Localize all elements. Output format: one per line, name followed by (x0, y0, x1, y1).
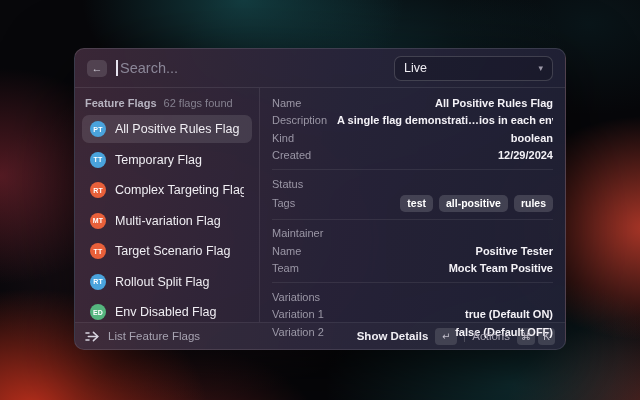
search-bar: ← Live ▾ (75, 49, 565, 87)
action-bar-separator (464, 330, 465, 342)
list-section-title: Feature Flags (85, 97, 157, 109)
flag-avatar: PT (90, 121, 106, 137)
detail-label: Maintainer (272, 227, 323, 239)
detail-row: NamePositive Tester (260, 242, 565, 260)
content: Feature Flags 62 flags found PTAll Posit… (75, 88, 565, 322)
detail-value: boolean (511, 132, 553, 144)
detail-row: Created12/29/2024 (260, 147, 565, 165)
tag-list: testall-positiverules (400, 195, 553, 212)
flag-avatar: ED (90, 304, 106, 320)
detail-row: NameAll Positive Rules Flag (260, 94, 565, 112)
detail-label: Variations (272, 291, 320, 303)
detail-row: Tagstestall-positiverules (260, 193, 565, 214)
detail-label: Variation 1 (272, 308, 324, 320)
flag-avatar: TT (90, 243, 106, 259)
flag-list-item[interactable]: MTMulti-variation Flag (82, 207, 252, 235)
detail-label: Name (272, 245, 301, 257)
detail-section-divider (272, 219, 553, 220)
environment-dropdown[interactable]: Live ▾ (394, 56, 553, 81)
detail-value: true (Default ON) (465, 308, 553, 320)
flag-list-item[interactable]: RTComplex Targeting Flag (82, 176, 252, 204)
tag-pill: all-positive (439, 195, 508, 212)
detail-section-divider (272, 169, 553, 170)
detail-row: TeamMock Team Positive (260, 260, 565, 278)
actions-menu-label[interactable]: Actions (472, 330, 510, 342)
detail-label: Description (272, 114, 327, 126)
launcher-window: ← Live ▾ Feature Flags 62 flags found PT… (74, 48, 566, 350)
flag-list-item[interactable]: TTTemporary Flag (82, 146, 252, 174)
flag-list: PTAll Positive Rules FlagTTTemporary Fla… (82, 115, 252, 326)
detail-row: Variation 1true (Default ON) (260, 306, 565, 324)
flag-label: Rollout Split Flag (115, 275, 210, 289)
detail-group: NameAll Positive Rules FlagDescriptionA … (260, 91, 565, 167)
flag-avatar: MT (90, 213, 106, 229)
list-section-header: Feature Flags 62 flags found (82, 94, 252, 115)
flag-label: Target Scenario Flag (115, 244, 230, 258)
flag-list-pane: Feature Flags 62 flags found PTAll Posit… (75, 88, 259, 322)
detail-label: Team (272, 262, 299, 274)
environment-dropdown-value: Live (404, 61, 427, 75)
detail-value: All Positive Rules Flag (435, 97, 553, 109)
detail-section-divider (272, 282, 553, 283)
search-input-wrap (116, 49, 385, 87)
detail-value: A single flag demonstrati…ios in each en… (337, 114, 553, 126)
primary-action-label[interactable]: Show Details (357, 330, 429, 342)
flag-list-item[interactable]: PTAll Positive Rules Flag (82, 115, 252, 143)
flag-detail-pane: NameAll Positive Rules FlagDescriptionA … (260, 88, 565, 322)
detail-label: Name (272, 97, 301, 109)
search-input[interactable] (116, 60, 385, 76)
detail-value: Positive Tester (476, 245, 553, 257)
flag-label: Env Disabled Flag (115, 305, 216, 319)
cmd-keycap[interactable]: ⌘ (517, 328, 535, 345)
arrow-right-launch-icon (85, 330, 100, 343)
flag-label: Multi-variation Flag (115, 214, 221, 228)
enter-keycap[interactable]: ↵ (435, 328, 457, 345)
flag-list-item[interactable]: RTRollout Split Flag (82, 268, 252, 296)
flag-label: Temporary Flag (115, 153, 202, 167)
detail-group: MaintainerNamePositive TesterTeamMock Te… (260, 222, 565, 281)
flag-avatar: TT (90, 152, 106, 168)
detail-label: Created (272, 149, 311, 161)
detail-row: Maintainer (260, 225, 565, 243)
detail-row: Kindboolean (260, 129, 565, 147)
back-button[interactable]: ← (87, 60, 107, 77)
detail-row: Status (260, 175, 565, 193)
arrow-left-icon: ← (92, 63, 103, 74)
action-bar: List Feature Flags Show Details ↵ Action… (75, 323, 565, 349)
flag-avatar: RT (90, 274, 106, 290)
detail-row: DescriptionA single flag demonstrati…ios… (260, 112, 565, 130)
list-result-count: 62 flags found (164, 97, 233, 109)
action-bar-right: Show Details ↵ Actions ⌘K (357, 328, 555, 345)
tag-pill: rules (514, 195, 553, 212)
chevron-down-icon: ▾ (538, 63, 543, 73)
flag-label: Complex Targeting Flag (115, 183, 244, 197)
tag-pill: test (400, 195, 433, 212)
detail-label: Kind (272, 132, 294, 144)
detail-label: Tags (272, 197, 295, 209)
flag-label: All Positive Rules Flag (115, 122, 239, 136)
flag-list-item[interactable]: TTTarget Scenario Flag (82, 237, 252, 265)
detail-label: Status (272, 178, 303, 190)
k-keycap[interactable]: K (538, 328, 555, 345)
text-caret (116, 60, 118, 76)
detail-group: StatusTagstestall-positiverules (260, 172, 565, 217)
actions-keycaps: ⌘K (517, 328, 555, 345)
detail-value: Mock Team Positive (449, 262, 553, 274)
flag-avatar: RT (90, 182, 106, 198)
command-name-label: List Feature Flags (108, 330, 200, 342)
detail-row: Variations (260, 288, 565, 306)
detail-value: 12/29/2024 (498, 149, 553, 161)
